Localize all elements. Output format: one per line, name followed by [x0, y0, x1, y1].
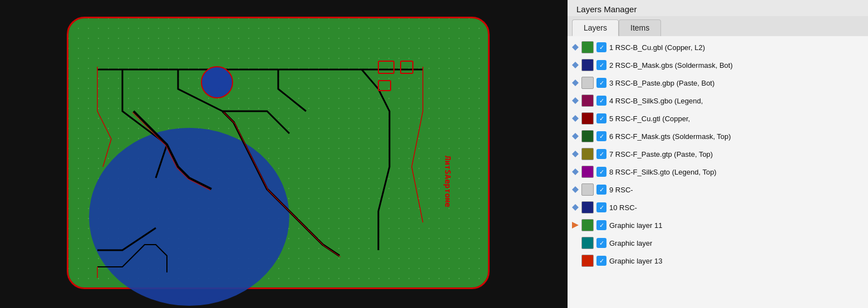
layer-row[interactable]: ✓Graphic layer 11: [568, 216, 868, 234]
layer-name: 1 RSC-B_Cu.gbl (Copper, L2): [609, 43, 705, 52]
diamond-icon: [572, 97, 579, 104]
svg-rect-4: [401, 61, 413, 73]
svg-marker-9: [572, 62, 579, 68]
pcb-svg: ЛитSAeртоме: [0, 0, 568, 308]
layer-row[interactable]: ✓1 RSC-B_Cu.gbl (Copper, L2): [568, 38, 868, 56]
layer-checkbox[interactable]: ✓: [596, 167, 606, 177]
layers-list[interactable]: ✓1 RSC-B_Cu.gbl (Copper, L2)✓2 RSC-B_Mas…: [568, 36, 868, 308]
layer-row[interactable]: ✓4 RSC-B_SilkS.gbo (Legend,: [568, 92, 868, 110]
color-swatch[interactable]: [581, 148, 594, 160]
layer-row[interactable]: ✓6 RSC-F_Mask.gts (Soldermask, Top): [568, 127, 868, 145]
color-swatch[interactable]: [581, 237, 594, 249]
color-swatch[interactable]: [581, 112, 594, 125]
svg-text:ЛитSAeртоме: ЛитSAeртоме: [443, 156, 452, 207]
layer-checkbox[interactable]: ✓: [596, 238, 606, 248]
layer-checkbox[interactable]: ✓: [596, 185, 606, 195]
layer-checkbox[interactable]: ✓: [596, 202, 606, 212]
diamond-icon: [572, 186, 579, 193]
color-swatch[interactable]: [581, 166, 594, 178]
layer-checkbox[interactable]: ✓: [596, 96, 606, 106]
svg-marker-12: [572, 115, 579, 122]
layer-row[interactable]: ✓5 RSC-F_Cu.gtl (Copper,: [568, 110, 868, 127]
svg-marker-18: [572, 222, 579, 228]
layer-name: 2 RSC-B_Mask.gbs (Soldermask, Bot): [609, 61, 733, 69]
layer-row[interactable]: ✓10 RSC-: [568, 198, 868, 216]
layer-row[interactable]: ✓7 RSC-F_Paste.gtp (Paste, Top): [568, 145, 868, 163]
diamond-icon: [572, 80, 579, 86]
color-swatch[interactable]: [581, 219, 594, 231]
diamond-icon: [572, 44, 579, 51]
diamond-icon: [572, 115, 579, 122]
diamond-icon: [572, 204, 579, 211]
layer-name: Graphic layer 13: [609, 257, 662, 265]
layer-name: Graphic layer: [609, 239, 652, 247]
color-swatch[interactable]: [581, 77, 594, 89]
color-swatch[interactable]: [581, 95, 594, 107]
color-swatch[interactable]: [581, 201, 594, 213]
layer-checkbox[interactable]: ✓: [596, 42, 606, 52]
layer-name: 7 RSC-F_Paste.gtp (Paste, Top): [609, 150, 713, 158]
svg-marker-8: [572, 44, 579, 51]
triangle-icon: [572, 222, 579, 228]
svg-point-2: [201, 67, 233, 98]
layer-row[interactable]: ✓3 RSC-B_Paste.gbp (Paste, Bot): [568, 74, 868, 92]
layer-row[interactable]: ✓Graphic layer 13: [568, 252, 868, 270]
layer-name: 9 RSC-: [609, 186, 633, 194]
tab-layers[interactable]: Layers: [572, 19, 619, 36]
svg-marker-15: [572, 168, 579, 175]
layers-panel: Layers Manager LayersItems ✓1 RSC-B_Cu.g…: [568, 0, 868, 308]
layer-name: 6 RSC-F_Mask.gts (Soldermask, Top): [609, 132, 731, 141]
svg-marker-10: [572, 80, 579, 86]
color-swatch[interactable]: [581, 130, 594, 142]
svg-point-0: [89, 128, 289, 306]
svg-marker-16: [572, 186, 579, 193]
layer-checkbox[interactable]: ✓: [596, 78, 606, 88]
layer-checkbox[interactable]: ✓: [596, 131, 606, 141]
pcb-canvas[interactable]: ЛитSAeртоме: [0, 0, 568, 308]
diamond-icon: [572, 168, 579, 175]
svg-marker-17: [572, 204, 579, 211]
color-swatch[interactable]: [581, 255, 594, 267]
svg-marker-13: [572, 133, 579, 140]
layer-row[interactable]: ✓9 RSC-: [568, 181, 868, 198]
layer-name: 5 RSC-F_Cu.gtl (Copper,: [609, 115, 690, 123]
tab-items[interactable]: Items: [619, 19, 661, 36]
layer-name: Graphic layer 11: [609, 221, 662, 230]
svg-marker-11: [572, 97, 579, 104]
panel-title: Layers Manager: [568, 0, 868, 16]
tabs: LayersItems: [568, 16, 868, 36]
color-swatch[interactable]: [581, 183, 594, 196]
layer-name: 8 RSC-F_SilkS.gto (Legend, Top): [609, 168, 717, 176]
layer-name: 4 RSC-B_SilkS.gbo (Legend,: [609, 97, 703, 105]
diamond-icon: [572, 62, 579, 68]
diamond-icon: [572, 151, 579, 157]
layer-checkbox[interactable]: ✓: [596, 60, 606, 70]
layer-checkbox[interactable]: ✓: [596, 113, 606, 123]
layer-name: 10 RSC-: [609, 203, 637, 212]
layer-row[interactable]: ✓8 RSC-F_SilkS.gto (Legend, Top): [568, 163, 868, 181]
diamond-icon: [572, 133, 579, 140]
svg-marker-14: [572, 151, 579, 157]
svg-rect-5: [378, 81, 391, 91]
layer-checkbox[interactable]: ✓: [596, 256, 606, 266]
color-swatch[interactable]: [581, 41, 594, 53]
layer-row[interactable]: ✓2 RSC-B_Mask.gbs (Soldermask, Bot): [568, 56, 868, 74]
color-swatch[interactable]: [581, 59, 594, 71]
layer-checkbox[interactable]: ✓: [596, 149, 606, 159]
layer-name: 3 RSC-B_Paste.gbp (Paste, Bot): [609, 79, 714, 87]
svg-rect-3: [378, 61, 394, 73]
layer-checkbox[interactable]: ✓: [596, 220, 606, 230]
layer-row[interactable]: ✓Graphic layer: [568, 234, 868, 252]
